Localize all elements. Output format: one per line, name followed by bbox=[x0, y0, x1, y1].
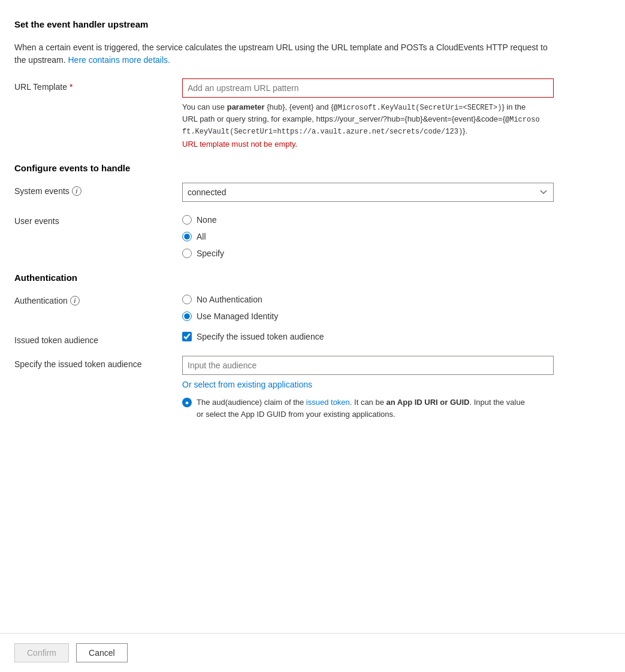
authentication-control-area: No Authentication Use Managed Identity bbox=[182, 292, 554, 321]
auth-managed-identity-radio[interactable] bbox=[182, 311, 192, 321]
issued-token-checkbox-label: Specify the issued token audience bbox=[197, 332, 324, 341]
issued-token-info-box: ● The aud(audience) claim of the issued … bbox=[182, 396, 530, 420]
url-template-hint: You can use parameter {hub}, {event} and… bbox=[182, 101, 542, 137]
user-events-none-radio[interactable] bbox=[182, 215, 192, 225]
user-events-specify[interactable]: Specify bbox=[182, 249, 554, 258]
auth-no-auth-label: No Authentication bbox=[197, 295, 262, 304]
confirm-button[interactable]: Confirm bbox=[14, 643, 69, 662]
issued-token-label: Issued token audience bbox=[14, 332, 182, 345]
auth-managed-identity-label: Use Managed Identity bbox=[197, 311, 278, 321]
auth-no-auth[interactable]: No Authentication bbox=[182, 295, 554, 304]
authentication-info-icon: i bbox=[70, 296, 80, 305]
authentication-row: Authentication i No Authentication Use M… bbox=[14, 292, 611, 321]
user-events-label: User events bbox=[14, 213, 182, 226]
info-box-content: The aud(audience) claim of the issued to… bbox=[197, 396, 530, 420]
system-events-row: System events i connected disconnected c… bbox=[14, 183, 611, 202]
user-events-radio-group: None All Specify bbox=[182, 213, 554, 258]
url-template-error: URL template must not be empty. bbox=[182, 140, 554, 149]
configure-events-heading: Configure events to handle bbox=[14, 163, 611, 173]
select-existing-apps-link[interactable]: Or select from existing applications bbox=[182, 380, 312, 389]
user-events-all-label: All bbox=[197, 232, 206, 241]
url-template-input[interactable] bbox=[182, 78, 554, 98]
auth-managed-identity[interactable]: Use Managed Identity bbox=[182, 311, 554, 321]
user-events-row: User events None All Specify bbox=[14, 213, 611, 258]
user-events-specify-label: Specify bbox=[197, 249, 224, 258]
auth-no-auth-radio[interactable] bbox=[182, 295, 192, 304]
url-template-control-area: You can use parameter {hub}, {event} and… bbox=[182, 78, 554, 149]
info-dot-icon: ● bbox=[182, 398, 192, 407]
url-template-row: URL Template * You can use parameter {hu… bbox=[14, 78, 611, 149]
user-events-all[interactable]: All bbox=[182, 232, 554, 241]
specify-token-input[interactable] bbox=[182, 356, 554, 375]
specify-token-row: Specify the issued token audience Or sel… bbox=[14, 356, 611, 420]
user-events-none[interactable]: None bbox=[182, 215, 554, 225]
url-template-label: URL Template * bbox=[14, 78, 182, 92]
issued-token-checkbox-row: Specify the issued token audience bbox=[182, 332, 554, 341]
footer: Confirm Cancel bbox=[0, 633, 625, 672]
specify-token-label: Specify the issued token audience bbox=[14, 356, 182, 369]
authentication-heading: Authentication bbox=[14, 273, 611, 283]
authentication-label: Authentication i bbox=[14, 292, 182, 305]
system-events-dropdown[interactable]: connected disconnected connect bbox=[182, 183, 554, 202]
more-details-link[interactable]: Here contains more details. bbox=[68, 55, 170, 65]
user-events-control-area: None All Specify bbox=[182, 213, 554, 258]
issued-token-link[interactable]: issued token bbox=[306, 398, 350, 407]
specify-token-control-area: Or select from existing applications ● T… bbox=[182, 356, 554, 420]
system-events-info-icon: i bbox=[72, 186, 81, 196]
system-events-label: System events i bbox=[14, 183, 182, 196]
required-marker: * bbox=[70, 82, 73, 92]
page-title: Set the event handler upstream bbox=[14, 19, 611, 29]
issued-token-control-area: Specify the issued token audience bbox=[182, 332, 554, 341]
page-description: When a certain event is triggered, the s… bbox=[14, 41, 554, 66]
system-events-control-area: connected disconnected connect bbox=[182, 183, 554, 202]
user-events-all-radio[interactable] bbox=[182, 232, 192, 241]
user-events-specify-radio[interactable] bbox=[182, 249, 192, 258]
cancel-button[interactable]: Cancel bbox=[76, 643, 128, 662]
issued-token-checkbox[interactable] bbox=[182, 332, 192, 341]
issued-token-row: Issued token audience Specify the issued… bbox=[14, 332, 611, 345]
user-events-none-label: None bbox=[197, 215, 216, 225]
authentication-radio-group: No Authentication Use Managed Identity bbox=[182, 292, 554, 321]
